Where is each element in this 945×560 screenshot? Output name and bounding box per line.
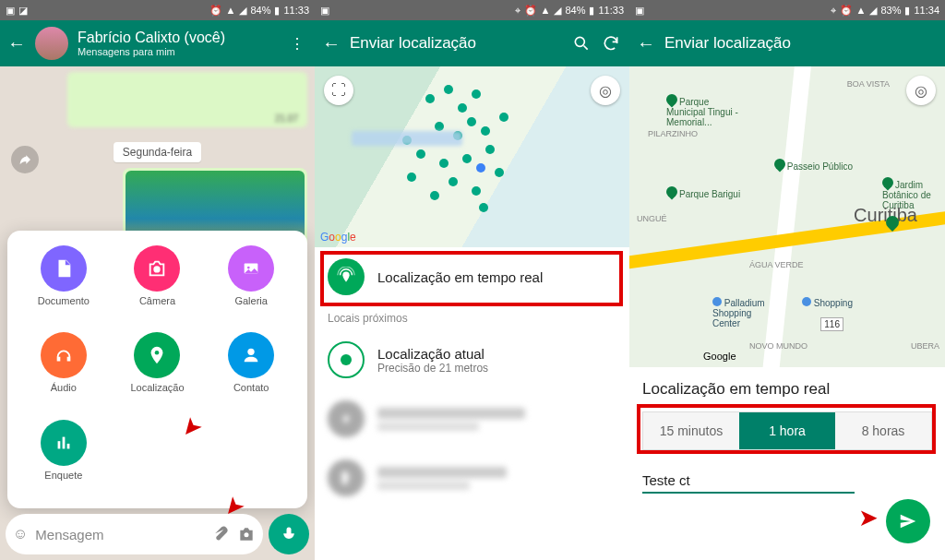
svg-point-10 — [575, 37, 584, 46]
alarm-icon: ⏰ — [840, 5, 853, 17]
back-icon[interactable]: ← — [322, 33, 341, 54]
avatar[interactable] — [35, 27, 68, 60]
menu-icon[interactable]: ⋮ — [287, 35, 307, 53]
location-header: ← Enviar localização — [315, 20, 629, 66]
signal-icon: ◢ — [239, 5, 246, 17]
send-button[interactable] — [886, 499, 930, 543]
nearby-places-label: Locais próximos — [315, 306, 629, 330]
person-icon — [228, 332, 274, 378]
refresh-icon[interactable] — [602, 34, 622, 53]
svg-rect-7 — [66, 444, 69, 449]
notification-icon: ▣ — [320, 5, 329, 17]
message-bubble[interactable]: 21.07 — [67, 72, 307, 127]
route-shield: 116 — [820, 317, 843, 331]
gas-icon — [328, 459, 365, 496]
chat-screen: ▣ ◪ ⏰ ▲ ◢ 84% ▮ 11:33 ← Fabrício Calixto… — [0, 0, 315, 560]
mic-button[interactable] — [269, 514, 309, 554]
battery-text: 84% — [565, 5, 585, 16]
headphones-icon — [41, 332, 87, 378]
notification-icon: ▣ — [6, 5, 15, 17]
location-pin-icon — [134, 332, 180, 378]
current-location-sub: Precisão de 21 metros — [377, 362, 488, 375]
gps-icon: ⌖ — [831, 5, 836, 17]
caption-input[interactable]: Teste ct — [642, 472, 855, 494]
poi-label: Shopping — [802, 297, 853, 308]
notification-icon: ▣ — [635, 5, 644, 17]
camera-icon[interactable] — [237, 525, 256, 543]
map-view[interactable]: ◎ BOA VISTA Parque Municipal Tingui - Me… — [629, 66, 945, 367]
gallery-icon — [228, 245, 274, 292]
clock-text: 11:33 — [598, 5, 624, 16]
poi-label: Parque Barigui — [666, 186, 740, 199]
attach-audio[interactable]: Áudio — [17, 332, 111, 406]
live-location-config-screen: ▣ ⌖ ⏰ ▲ ◢ 83% ▮ 11:34 ← Enviar localizaç… — [629, 0, 945, 560]
page-title: Enviar localização — [664, 34, 938, 53]
district-label: UNGUÉ — [637, 214, 667, 223]
notification-icon: ◪ — [18, 5, 28, 17]
attach-contact[interactable]: Contato — [204, 332, 298, 406]
attach-location[interactable]: Localização — [111, 332, 205, 406]
attach-gallery[interactable]: Galeria — [204, 245, 298, 319]
google-logo: Google — [703, 351, 736, 362]
sheet-title: Localização em tempo real — [642, 380, 932, 399]
clock-text: 11:34 — [914, 5, 939, 16]
search-icon[interactable] — [572, 34, 592, 53]
attach-poll[interactable]: Enquete — [17, 420, 111, 494]
signal-icon: ◢ — [554, 5, 561, 17]
svg-point-0 — [154, 266, 161, 272]
battery-icon: ▮ — [274, 5, 280, 17]
back-icon[interactable]: ← — [637, 33, 655, 54]
attach-icon[interactable] — [211, 525, 230, 543]
district-label: NOVO MUNDO — [749, 341, 807, 351]
contact-name: Fabrício Calixto (você) — [78, 30, 278, 46]
poi-label: Passeio Público — [774, 159, 853, 172]
gps-icon: ⌖ — [515, 5, 520, 17]
district-label: BOA VISTA — [847, 79, 890, 89]
attach-camera[interactable]: Câmera — [111, 245, 205, 319]
map-view[interactable]: ⛶ ◎ Google — [315, 66, 629, 247]
attachment-sheet: Documento Câmera Galeria Áudio Localizaç… — [7, 231, 307, 508]
page-title: Enviar localização — [350, 34, 563, 53]
battery-icon: ▮ — [904, 5, 910, 17]
live-location-sheet: Localização em tempo real 15 minutos 1 h… — [629, 367, 945, 506]
forward-button[interactable] — [11, 146, 39, 173]
place-icon — [328, 400, 365, 437]
svg-point-8 — [245, 532, 249, 537]
wifi-icon: ▲ — [541, 5, 551, 16]
input-placeholder: Mensagem — [35, 527, 204, 542]
district-label: PILARZINHO — [648, 129, 698, 138]
status-bar: ▣ ⌖ ⏰ ▲ ◢ 83% ▮ 11:34 — [629, 0, 945, 20]
back-icon[interactable]: ← — [7, 33, 26, 54]
clock-text: 11:33 — [283, 5, 309, 16]
poi-label: Parque Municipal Tingui - Memorial... — [666, 94, 740, 127]
message-input-bar: ☺ Mensagem — [6, 514, 309, 554]
tutorial-arrow: ➤ — [858, 504, 879, 532]
my-location-icon[interactable]: ◎ — [906, 76, 936, 105]
nearby-place-row[interactable] — [315, 389, 629, 448]
svg-rect-6 — [62, 436, 65, 448]
poll-icon — [41, 420, 87, 466]
map-markers — [315, 66, 629, 247]
document-icon — [41, 245, 87, 292]
status-bar: ▣ ⌖ ⏰ ▲ ◢ 84% ▮ 11:33 — [315, 0, 629, 20]
tutorial-highlight — [320, 251, 623, 306]
message-input[interactable]: ☺ Mensagem — [6, 514, 263, 554]
send-location-screen: ▣ ⌖ ⏰ ▲ ◢ 84% ▮ 11:33 ← Enviar localizaç… — [315, 0, 629, 560]
battery-text: 83% — [880, 5, 901, 16]
status-bar: ▣ ◪ ⏰ ▲ ◢ 84% ▮ 11:33 — [0, 0, 315, 20]
svg-point-3 — [155, 351, 160, 355]
message-time: 21.07 — [275, 113, 298, 124]
wifi-icon: ▲ — [856, 5, 867, 16]
district-label: UBERA — [911, 341, 939, 351]
contact-subtitle: Mensagens para mim — [78, 46, 278, 57]
alarm-icon: ⏰ — [524, 5, 537, 17]
battery-text: 84% — [250, 5, 270, 16]
alarm-icon: ⏰ — [209, 5, 222, 17]
signal-icon: ◢ — [869, 5, 877, 17]
current-location-row[interactable]: Localização atual Precisão de 21 metros — [315, 330, 629, 389]
nearby-place-row[interactable] — [315, 448, 629, 507]
location-header: ← Enviar localização — [629, 20, 945, 66]
emoji-icon[interactable]: ☺ — [13, 526, 28, 542]
chat-header[interactable]: ← Fabrício Calixto (você) Mensagens para… — [0, 20, 315, 66]
attach-document[interactable]: Documento — [17, 245, 111, 319]
